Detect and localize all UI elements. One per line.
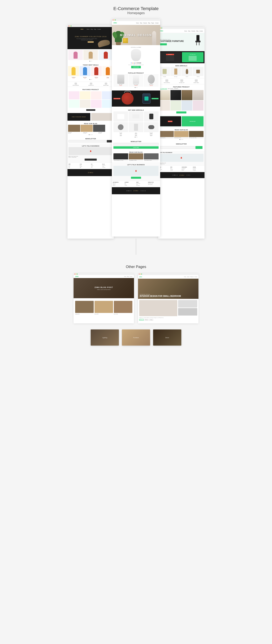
feat-7[interactable] — [91, 100, 102, 108]
op1-nav-links: Home Blog Contact — [124, 276, 132, 277]
feat-2[interactable] — [80, 91, 90, 99]
cnl-features[interactable]: Features — [143, 22, 147, 24]
r-cnl-contact[interactable]: Contact — [200, 30, 203, 32]
op1-blog-3[interactable] — [114, 301, 132, 313]
blog-thumb-3[interactable] — [93, 125, 105, 132]
blog-thumb-2[interactable] — [80, 125, 93, 132]
ftab-industrial[interactable]: INDUSTRIAL — [168, 88, 174, 90]
fh-cta-btn[interactable] — [160, 43, 167, 45]
tag-2[interactable]: Minimal — [144, 319, 148, 320]
feat-4[interactable] — [102, 91, 113, 99]
arrival-5[interactable] — [129, 122, 144, 132]
op1-nl-3[interactable]: Contact — [130, 276, 132, 277]
int-nl-home[interactable]: Home — [184, 276, 186, 277]
ic-small-2[interactable] — [178, 308, 197, 316]
bottom-thumb-2[interactable]: Furniture — [122, 330, 150, 346]
feat-7-r[interactable] — [182, 100, 192, 110]
r-cnl-home[interactable]: Home — [184, 30, 187, 32]
bottom-thumb-3[interactable]: Decor — [153, 330, 181, 346]
furn-arr-2[interactable] — [170, 67, 181, 76]
deal-4[interactable] — [102, 66, 113, 76]
arrival-2[interactable] — [129, 112, 144, 122]
popular-item-2[interactable]: Smart Speaker $129.99 — [129, 74, 144, 87]
right-preview-screen: ZIMU Home Shop Features Blog Contact MID… — [158, 27, 204, 238]
int-nl-contact[interactable]: Contact — [194, 276, 197, 277]
ftab-minimal[interactable]: MINIMAL — [174, 88, 178, 90]
op1-blog-1[interactable] — [75, 301, 94, 313]
feat-chair[interactable] — [170, 90, 181, 100]
cnl-home[interactable]: Home — [136, 22, 139, 24]
feat-6-r[interactable] — [170, 100, 181, 110]
today-deals-section: TODAY BEST DEALS Floral Dress$29.99 Blue… — [68, 63, 114, 81]
view-all-btn[interactable] — [176, 112, 186, 114]
contact-submit-btn[interactable] — [84, 158, 97, 160]
op1-blog-2[interactable] — [94, 301, 113, 313]
subscribe-btn[interactable]: SUBSCRIBE — [114, 146, 158, 149]
ftab-all[interactable]: ALL FURNITURE — [159, 88, 167, 90]
r-cnl-blog[interactable]: Blog — [196, 30, 198, 32]
shop-now-btn[interactable]: SHOP NOW — [131, 66, 141, 68]
r-blog-3[interactable]: DIY home decor ideas... — [189, 131, 204, 139]
r-blog-2[interactable]: Best furniture brands... — [174, 131, 188, 139]
furn-arr-3[interactable] — [182, 67, 192, 76]
hero-cta-btn[interactable] — [88, 41, 94, 43]
ic-small-1[interactable] — [178, 300, 197, 308]
furn-arr-1[interactable] — [159, 67, 170, 76]
sale2-item2[interactable]: UPTO 80% OFF — [182, 116, 204, 126]
feat-cabinet[interactable] — [182, 90, 192, 100]
int-nl-interior[interactable]: Interior — [187, 276, 190, 277]
feat-1[interactable] — [69, 91, 80, 99]
popular-item-1[interactable]: Air Purifier $89.99 — [114, 74, 128, 87]
newsletter-email-input[interactable] — [68, 140, 106, 142]
feat-bed[interactable] — [193, 90, 204, 100]
arrival-1[interactable] — [114, 112, 128, 122]
deal-2[interactable] — [80, 66, 90, 76]
cnl-contact[interactable]: Contact — [155, 22, 158, 24]
blog-card-2[interactable]: Top gadgets of 2018... — [129, 153, 144, 161]
feat-6[interactable] — [80, 100, 90, 108]
sale2-item1[interactable]: 60% OFF — [159, 116, 181, 126]
left-nav-link-4[interactable]: Contact — [97, 28, 101, 30]
other-preview-right: ZIMU Home Interior Bedroom Contact INTER… — [138, 273, 198, 324]
blog-card-1[interactable]: Latest headphones review... — [114, 153, 128, 161]
center-preview-screen: ZIMU Home Shop Features Blog Pages Conta… — [112, 19, 160, 236]
r-cnl-features[interactable]: Features — [192, 30, 196, 32]
arrival-3[interactable] — [144, 112, 158, 122]
arrival-6[interactable] — [144, 122, 158, 132]
int-nl-bedroom[interactable]: Bedroom — [190, 276, 194, 277]
right-email-input[interactable] — [160, 146, 195, 149]
blog-card-3[interactable]: Smart glasses guide... — [144, 153, 158, 161]
feat-5[interactable] — [69, 100, 80, 108]
r-blog-1[interactable]: Interior design tips... — [159, 131, 174, 139]
popular-item-3[interactable]: 360 Camera $199.99 — [144, 74, 158, 87]
deal-3[interactable] — [91, 66, 102, 76]
op1-nl-1[interactable]: Home — [124, 276, 126, 277]
feat-lamp[interactable] — [159, 90, 170, 100]
center-email-input[interactable] — [114, 143, 158, 146]
arrival-4[interactable] — [114, 122, 128, 132]
feat-5-r[interactable] — [159, 100, 170, 110]
bottom-thumb-1[interactable]: Lighting — [91, 330, 119, 346]
cnl-blog[interactable]: Blog — [148, 22, 150, 24]
blog-thumb-1[interactable] — [68, 125, 80, 132]
cnl-pages[interactable]: Pages — [151, 22, 154, 24]
left-nav-link-1[interactable]: Home — [87, 28, 89, 30]
left-nav-link-3[interactable]: Blog — [94, 28, 96, 30]
sale-item-1[interactable]: 60% OFF — [159, 52, 181, 62]
deal-1[interactable] — [68, 66, 79, 76]
furn-arr-4[interactable] — [193, 67, 204, 76]
left-nav-link-2[interactable]: Shop — [91, 28, 93, 30]
feat-3[interactable] — [91, 91, 102, 99]
r-cnl-shop[interactable]: Shop — [188, 30, 190, 32]
sale-item-2[interactable]: UPTO 80% OFF — [182, 52, 204, 62]
right-subscribe-btn[interactable] — [196, 146, 202, 149]
op1-nl-2[interactable]: Blog — [127, 276, 129, 277]
ic-main-img[interactable] — [139, 300, 177, 316]
feat-8[interactable] — [102, 100, 113, 108]
view-more-btn[interactable] — [86, 109, 95, 111]
tag-1[interactable]: Bedroom — [139, 319, 144, 320]
tag-3[interactable]: Design — [149, 319, 153, 320]
feat-8-r[interactable] — [193, 100, 204, 110]
cnl-shop[interactable]: Shop — [140, 22, 142, 24]
center-contact-btn[interactable] — [131, 177, 141, 179]
